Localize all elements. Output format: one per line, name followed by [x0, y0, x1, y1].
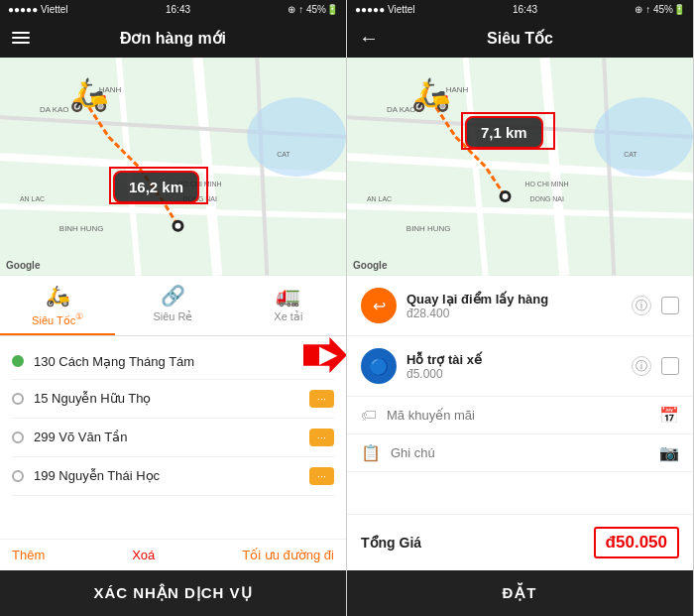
svg-point-33 [503, 193, 509, 199]
right-distance-badge: 7,1 km [465, 116, 543, 149]
right-header-title: Siêu Tốc [487, 29, 553, 48]
quay-lai-price: đ28.400 [406, 307, 622, 320]
left-distance-badge: 16,2 km [113, 171, 199, 203]
address-item-2: 15 Nguyễn Hữu Thọ ··· [12, 380, 334, 419]
tab-sieu-re[interactable]: 🔗 Siêu Rẻ [115, 276, 230, 335]
promo-icon: 🏷 [361, 407, 377, 425]
right-header: ← Siêu Tốc [347, 18, 693, 58]
add-address-link[interactable]: Thêm [12, 548, 45, 562]
camera-icon[interactable]: 📷 [659, 443, 679, 462]
address-dot-3 [12, 431, 24, 443]
right-status-bar: ●●●●● Viettel 16:43 ⊕ ↑ 45%🔋 [347, 0, 693, 18]
svg-text:CAT: CAT [624, 151, 637, 158]
address-dot-2 [12, 393, 24, 405]
note-input[interactable] [391, 445, 649, 460]
address-dot-1 [12, 355, 24, 367]
left-panel: ●●●●● Viettel 16:43 ⊕ ↑ 45%🔋 Đơn hàng mớ… [0, 0, 347, 616]
svg-text:CAT: CAT [277, 151, 290, 158]
arrow-indicator: ▶ [303, 337, 347, 373]
svg-point-16 [174, 223, 180, 229]
right-status-left: ●●●●● Viettel [355, 4, 415, 15]
address-text-4: 199 Nguyễn Thái Học [34, 468, 299, 483]
quay-lai-checkbox[interactable] [661, 297, 679, 314]
total-label: Tổng Giá [361, 535, 421, 551]
left-header: Đơn hàng mới [0, 18, 346, 58]
sieu-toc-icon: 🛵 [46, 284, 70, 308]
ho-tro-name: Hỗ trợ tài xế [406, 352, 622, 367]
right-status-time: 16:43 [513, 4, 537, 15]
tab-sieu-toc[interactable]: 🛵 Siêu Tốc① [0, 276, 115, 335]
right-map: DA KAO HANH CAT AN LAC BINH HUNG HO CHI … [347, 58, 693, 276]
ho-tro-info: Hỗ trợ tài xế đ5.000 [406, 352, 622, 381]
quay-lai-name: Quay lại điểm lấy hàng [406, 292, 622, 307]
right-arrow-icon: ▶ [319, 342, 336, 368]
confirm-button[interactable]: XÁC NHẬN DỊCH VỤ [0, 570, 346, 616]
tab-sieu-toc-label: Siêu Tốc① [32, 310, 83, 327]
remove-address-link[interactable]: Xoá [132, 548, 155, 562]
svg-text:AN LAC: AN LAC [20, 195, 45, 202]
note-row: 📋 📷 [347, 434, 693, 472]
svg-text:BINH HUNG: BINH HUNG [406, 224, 451, 233]
left-status-time: 16:43 [166, 4, 190, 15]
svg-text:AN LAC: AN LAC [367, 195, 392, 202]
promo-row: 🏷 📅 [347, 397, 693, 434]
menu-button[interactable] [12, 32, 30, 44]
left-status-left: ●●●●● Viettel [8, 4, 68, 15]
address-item-1: 130 Cách Mạng Tháng Tám [12, 344, 334, 380]
service-list: ↩ Quay lại điểm lấy hàng đ28.400 ⓘ 🔵 Hỗ … [347, 276, 693, 514]
bottom-actions: Thêm Xoá Tối ưu đường đi [0, 539, 346, 570]
quay-lai-info-btn[interactable]: ⓘ [632, 296, 651, 315]
ho-tro-icon: 🔵 [361, 348, 397, 384]
chat-btn-2[interactable]: ··· [309, 390, 334, 408]
note-icon: 📋 [361, 443, 381, 462]
service-ho-tro: 🔵 Hỗ trợ tài xế đ5.000 ⓘ [347, 336, 693, 397]
quay-lai-icon: ↩ [361, 288, 397, 323]
tab-xe-tai[interactable]: 🚛 Xe tải [231, 276, 346, 335]
order-button[interactable]: ĐẶT [347, 570, 693, 616]
chat-btn-4[interactable]: ··· [309, 467, 334, 485]
back-arrow-icon[interactable]: ← [359, 28, 379, 48]
svg-text:BINH HUNG: BINH HUNG [59, 224, 104, 233]
left-status-right: ⊕ ↑ 45%🔋 [288, 4, 338, 15]
scooter-map-icon: 🛵 [69, 75, 109, 113]
total-value: đ50.050 [594, 527, 679, 558]
hamburger-icon[interactable] [12, 32, 30, 44]
promo-input[interactable] [387, 408, 649, 423]
ho-tro-info-btn[interactable]: ⓘ [632, 356, 651, 376]
right-status-right: ⊕ ↑ 45%🔋 [635, 4, 685, 15]
back-button[interactable]: ← [359, 28, 379, 48]
address-item-3: 299 Võ Văn Tần ··· [12, 419, 334, 457]
ho-tro-checkbox[interactable] [661, 357, 679, 375]
ho-tro-price: đ5.000 [406, 367, 622, 381]
total-row: Tổng Giá đ50.050 [347, 514, 693, 570]
address-item-4: 199 Nguyễn Thái Học ··· [12, 457, 334, 496]
left-tabs: 🛵 Siêu Tốc① 🔗 Siêu Rẻ 🚛 Xe tải [0, 276, 346, 336]
chat-btn-3[interactable]: ··· [309, 429, 334, 446]
address-dot-4 [12, 470, 24, 482]
address-list: 130 Cách Mạng Tháng Tám 15 Nguyễn Hữu Th… [0, 336, 346, 539]
xe-tai-icon: 🚛 [276, 284, 300, 308]
sieu-re-icon: 🔗 [161, 284, 185, 308]
address-text-3: 299 Võ Văn Tần [34, 430, 299, 444]
tab-sieu-re-label: Siêu Rẻ [153, 310, 192, 323]
left-status-bar: ●●●●● Viettel 16:43 ⊕ ↑ 45%🔋 [0, 0, 346, 18]
optimize-route-link[interactable]: Tối ưu đường đi [242, 548, 334, 562]
left-header-title: Đơn hàng mới [120, 29, 226, 48]
scooter-map-icon-right: 🛵 [411, 75, 451, 113]
svg-point-24 [594, 97, 693, 177]
calendar-icon: 📅 [659, 406, 679, 425]
address-text-2: 15 Nguyễn Hữu Thọ [34, 391, 299, 406]
svg-text:HO CHI MINH: HO CHI MINH [524, 181, 568, 187]
svg-text:DONG NAI: DONG NAI [529, 195, 564, 202]
svg-text:DA KAO: DA KAO [40, 105, 69, 114]
tab-xe-tai-label: Xe tải [274, 310, 302, 323]
address-text-1: 130 Cách Mạng Tháng Tám [34, 354, 334, 369]
google-logo-left: Google [6, 260, 40, 271]
left-map: DA KAO HANH CAT AN LAC BINH HUNG HO CHI … [0, 58, 346, 276]
quay-lai-info: Quay lại điểm lấy hàng đ28.400 [406, 292, 622, 320]
service-quay-lai: ↩ Quay lại điểm lấy hàng đ28.400 ⓘ [347, 276, 693, 336]
right-panel: ●●●●● Viettel 16:43 ⊕ ↑ 45%🔋 ← Siêu Tốc … [347, 0, 694, 616]
google-logo-right: Google [353, 260, 387, 271]
svg-point-7 [247, 97, 346, 177]
